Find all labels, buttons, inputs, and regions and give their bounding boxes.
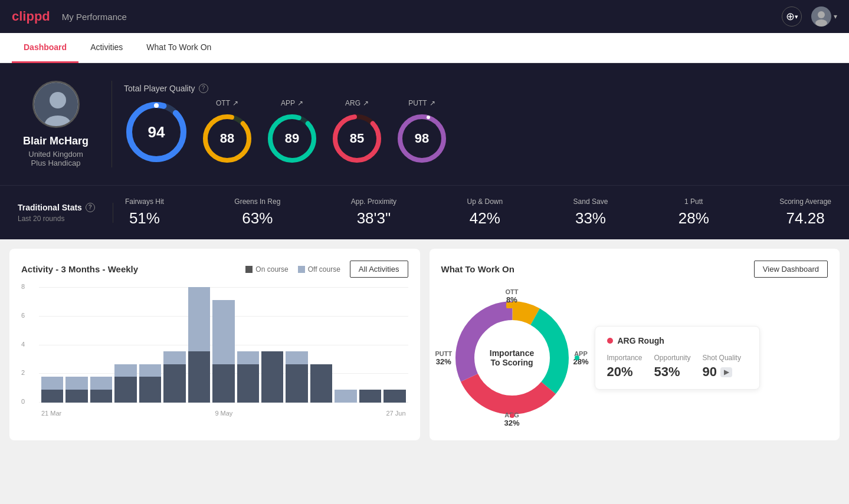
svg-point-18	[427, 116, 430, 119]
bar-group	[163, 287, 185, 403]
trad-title: Traditional Stats ?	[18, 203, 95, 212]
bar-group	[212, 287, 234, 403]
bar-chart: 8 6 4 2 0 21 Mar 9 May 27 Jun	[21, 287, 408, 417]
shot-quality-metric: Shot Quality 90 ▶	[703, 354, 741, 380]
app-arrow-icon: ↗	[297, 99, 303, 107]
header-left: clippd My Performance	[12, 9, 127, 24]
quality-section: Total Player Quality ? 94 OTT	[112, 84, 831, 165]
bar-group	[188, 287, 210, 403]
app-value: 89	[285, 131, 299, 146]
on-course-color	[245, 266, 253, 273]
putt-score-item: PUTT ↗ 98	[395, 99, 448, 165]
putt-value: 98	[415, 131, 429, 146]
bar-group	[65, 287, 87, 403]
chevron-down-icon: ▾	[795, 13, 798, 21]
bar-group	[261, 287, 283, 403]
on-course-bar	[163, 364, 185, 403]
player-handicap: Plus Handicap	[31, 159, 81, 167]
activity-chart-card: Activity - 3 Months - Weekly On course O…	[9, 249, 420, 440]
stat-sand-save: Sand Save 33%	[573, 197, 608, 228]
arg-value: 85	[350, 131, 364, 146]
player-info: Blair McHarg United Kingdom Plus Handica…	[18, 81, 112, 167]
off-course-bar	[90, 377, 112, 390]
donut-center-label: Importance To Scoring	[490, 348, 534, 367]
off-course-bar	[41, 377, 63, 390]
player-name: Blair McHarg	[23, 135, 88, 147]
tab-dashboard[interactable]: Dashboard	[12, 33, 78, 63]
off-course-bar	[335, 390, 356, 403]
x-label-may: 9 May	[215, 410, 232, 417]
on-course-bar	[261, 351, 283, 403]
logo-text: clippd	[12, 9, 50, 24]
quality-info-icon[interactable]: ?	[199, 84, 208, 93]
stat-app-proximity: App. Proximity 38'3"	[351, 197, 396, 228]
on-course-bar	[139, 377, 161, 403]
work-card-title: What To Work On	[441, 264, 514, 274]
view-dashboard-button[interactable]: View Dashboard	[754, 261, 828, 278]
app-ring: 89	[265, 112, 319, 165]
app-score-item: APP ↗ 89	[265, 99, 319, 165]
main-score-value: 94	[148, 123, 165, 141]
player-avatar	[32, 81, 80, 128]
importance-metric: Importance 20%	[607, 354, 643, 380]
activity-chart-title: Activity - 3 Months - Weekly	[21, 264, 138, 274]
putt-arrow-icon: ↗	[430, 99, 435, 107]
bars-area	[39, 287, 408, 403]
detail-card-title: ARG Rough	[607, 336, 748, 345]
app-label: APP ↗	[281, 99, 303, 107]
stat-fairways-hit: Fairways Hit 51%	[125, 197, 164, 228]
on-course-bar	[41, 390, 63, 403]
hero-section: Blair McHarg United Kingdom Plus Handica…	[0, 63, 849, 185]
work-card: What To Work On View Dashboard	[430, 249, 840, 440]
plus-icon: ⊕	[786, 10, 795, 23]
on-course-bar	[383, 390, 405, 403]
off-course-color	[298, 266, 305, 273]
stat-greens-in-reg: Greens In Reg 63%	[234, 197, 280, 228]
putt-segment-label: PUTT 32%	[435, 350, 453, 366]
bar-group	[41, 287, 63, 403]
arg-arrow-icon: ↗	[363, 99, 369, 107]
all-activities-button[interactable]: All Activities	[350, 261, 408, 278]
ott-ring: 88	[201, 112, 254, 165]
bar-group	[90, 287, 112, 403]
tab-what-to-work-on[interactable]: What To Work On	[135, 33, 223, 63]
donut-chart: Importance To Scoring OTT 8% APP 28% ARG…	[441, 287, 583, 429]
trad-label: Traditional Stats ? Last 20 rounds	[18, 203, 113, 223]
off-course-bar	[286, 351, 307, 364]
work-content: Importance To Scoring OTT 8% APP 28% ARG…	[441, 287, 828, 429]
legend-off-course: Off course	[298, 265, 340, 274]
bar-group	[237, 287, 259, 403]
nav-tabs: Dashboard Activities What To Work On	[0, 33, 849, 63]
ott-value: 88	[220, 131, 234, 146]
x-labels: 21 Mar 9 May 27 Jun	[39, 410, 408, 417]
bottom-section: Activity - 3 Months - Weekly On course O…	[0, 239, 849, 450]
traditional-stats-section: Traditional Stats ? Last 20 rounds Fairw…	[0, 185, 849, 239]
work-card-header: What To Work On View Dashboard	[441, 261, 828, 278]
main-score-ring: 94	[124, 100, 189, 164]
trad-period: Last 20 rounds	[18, 215, 95, 223]
avatar	[811, 6, 831, 27]
off-course-bar	[188, 287, 210, 351]
player-country: United Kingdom	[28, 150, 83, 159]
shot-quality-badge: ▶	[720, 367, 732, 377]
detail-dot	[607, 338, 613, 344]
svg-point-12	[290, 115, 294, 118]
on-course-bar	[212, 364, 234, 403]
ott-badge	[506, 302, 516, 308]
x-label-jun: 27 Jun	[386, 410, 405, 417]
bar-group	[286, 287, 307, 403]
off-course-bar	[212, 300, 234, 364]
header: clippd My Performance ⊕ ▾ ▾	[0, 0, 849, 33]
svg-point-1	[815, 19, 827, 27]
svg-point-15	[376, 133, 379, 136]
add-button[interactable]: ⊕ ▾	[782, 6, 802, 27]
detail-metrics: Importance 20% Opportunity 53% Shot Qual…	[607, 354, 748, 380]
putt-ring: 98	[395, 112, 448, 165]
logo: clippd	[12, 9, 50, 24]
ott-arrow-icon: ↗	[232, 99, 238, 107]
user-avatar-button[interactable]: ▾	[811, 6, 837, 27]
activity-header-controls: On course Off course All Activities	[245, 261, 408, 278]
svg-point-0	[818, 11, 825, 18]
trad-info-icon[interactable]: ?	[86, 203, 95, 212]
tab-activities[interactable]: Activities	[78, 33, 135, 63]
